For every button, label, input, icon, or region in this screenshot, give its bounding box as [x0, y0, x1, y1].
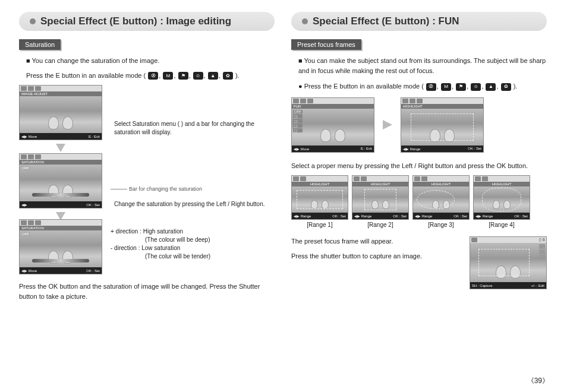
- text: Edit: [538, 284, 544, 287]
- right-p45: The preset focus frame will appear. Pres…: [291, 236, 461, 265]
- text: Bar for changing the saturation: [129, 186, 202, 192]
- screen-label: FUN: [292, 104, 374, 109]
- text: ).: [235, 72, 240, 79]
- text: OK: [468, 147, 473, 150]
- direction-info: + direction : High saturation (The colou…: [111, 227, 210, 261]
- left-title: Special Effect (E button) : Image editin…: [19, 12, 275, 31]
- text: Press the E button in an available mode …: [304, 83, 424, 90]
- mode-icon: ☺: [193, 72, 203, 80]
- arrow-right-icon: [383, 120, 392, 129]
- text: (The colur will be tender): [145, 252, 210, 261]
- saturation-bar: [32, 193, 90, 197]
- text: ).: [514, 83, 518, 90]
- range-item: HIGHLIGHT◀▶ RangeOK : Set[Range 4]: [473, 175, 530, 228]
- screen-saturation-set: SATURATION OFF ◀▶ Move OK : Set: [19, 219, 102, 274]
- text: The preset focus frame will appear.: [291, 236, 461, 246]
- screen-label: HIGHLIGHT: [352, 182, 408, 186]
- text: Low saturation: [141, 245, 180, 251]
- range-caption: [Range 3]: [412, 222, 470, 228]
- text: Exit: [366, 147, 372, 150]
- screen-label: IMAGE ADJUST: [20, 91, 102, 96]
- screen-saturation-bar: SATURATION OFF ◀▶ OK : Set: [19, 153, 102, 208]
- right-subhead: Preset focus frames: [291, 39, 361, 50]
- range-caption: [Range 4]: [473, 222, 530, 228]
- mode-icon: ⦿: [426, 83, 436, 91]
- screen-range: HIGHLIGHT◀▶ RangeOK : Set: [412, 175, 470, 220]
- range-caption: [Range 1]: [291, 222, 348, 228]
- right-title: Special Effect (E button) : FUN: [291, 12, 547, 31]
- mode-icon: ▲: [208, 72, 218, 80]
- page-number: 《39》: [527, 376, 549, 386]
- text: Move: [29, 135, 37, 138]
- text: +/-: [531, 284, 535, 287]
- saturation-bar: [32, 259, 90, 263]
- left-p1: You can change the saturation of the ima…: [26, 56, 275, 66]
- right-column: Special Effect (E button) : FUN Preset f…: [291, 12, 547, 306]
- text: SH: [472, 284, 477, 287]
- text: - direction :: [111, 245, 140, 251]
- range-item: HIGHLIGHT◀▶ RangeOK : Set[Range 3]: [412, 175, 470, 228]
- focus-frame: [364, 189, 396, 210]
- left-p3: Press the OK button and the saturation o…: [19, 282, 275, 301]
- screen-label: HIGHLIGHT: [413, 182, 469, 186]
- text: Set: [94, 269, 100, 273]
- count: 6: [543, 238, 545, 242]
- text: Capture: [480, 284, 492, 287]
- focus-frame: [417, 190, 455, 209]
- text: (The colour will be deep): [145, 236, 210, 244]
- screen-range: HIGHLIGHT◀▶ RangeOK : Set: [352, 175, 409, 220]
- screen-range: HIGHLIGHT◀▶ RangeOK : Set: [291, 175, 348, 220]
- text: OK: [86, 269, 92, 273]
- screen-label: SATURATION: [20, 160, 102, 165]
- screen-label: HIGHLIGHT: [401, 104, 483, 109]
- range-caption: [Range 2]: [352, 222, 409, 228]
- screen-capture: ▯ 6 SH : Capture +/- : Edit: [470, 236, 547, 289]
- focus-frame: [478, 249, 530, 276]
- screen-fun-menu: FUN OFF ▢▢▢▢ ◀▶ Move E : Exit: [291, 97, 374, 153]
- range-item: HIGHLIGHT◀▶ RangeOK : Set[Range 1]: [291, 175, 348, 228]
- right-p2: Press the E button in an available mode …: [298, 81, 547, 91]
- focus-frame: [411, 113, 474, 141]
- text: Exit: [94, 135, 100, 138]
- mode-icon: ⚑: [178, 72, 188, 80]
- screen-label: HIGHLIGHT: [474, 182, 530, 186]
- text: + direction :: [111, 228, 141, 235]
- focus-frame: [482, 188, 521, 211]
- range-row: HIGHLIGHT◀▶ RangeOK : Set[Range 1]HIGHLI…: [291, 175, 547, 228]
- text: OK: [86, 203, 92, 207]
- screen-highlight: HIGHLIGHT ◀▶ Range OK : Set: [401, 97, 484, 153]
- text: E: [89, 135, 91, 138]
- screen-image-adjust: IMAGE ADJUST ◀▶ Move E : Exit: [19, 85, 102, 140]
- text: High saturation: [143, 228, 183, 235]
- mode-icon: ✿: [223, 72, 233, 80]
- screen-label: SATURATION: [20, 226, 102, 230]
- left-cap1: Select Saturation menu ( ) and a bar for…: [114, 120, 257, 137]
- left-column: Special Effect (E button) : Image editin…: [19, 12, 275, 306]
- mode-icon: ✿: [501, 83, 511, 91]
- left-subhead: Saturation: [19, 39, 61, 50]
- screen-range: HIGHLIGHT◀▶ RangeOK : Set: [473, 175, 530, 220]
- right-p3: Select a proper menu by pressing the Lef…: [291, 161, 547, 171]
- left-p2: Press the E button in an available mode …: [26, 71, 275, 81]
- text: Move: [29, 269, 37, 273]
- text: E: [361, 147, 363, 150]
- pointer-bar: Bar for changing the saturation: [111, 186, 202, 192]
- text: Range: [410, 147, 421, 151]
- mode-icon: ☺: [471, 83, 481, 91]
- right-p1: You can make the subject stand out from …: [298, 56, 547, 75]
- text: Press the E button in an available mode …: [26, 72, 146, 79]
- range-item: HIGHLIGHT◀▶ RangeOK : Set[Range 2]: [352, 175, 409, 228]
- arrow-down-icon: [56, 144, 65, 152]
- text: Set: [94, 203, 100, 207]
- text: Press the shutter button to capture an i…: [291, 251, 461, 261]
- mode-icon: ⦿: [148, 72, 158, 80]
- left-cap2: Change the saturation by pressing the Le…: [114, 200, 269, 208]
- mode-icon: ▲: [486, 83, 496, 91]
- screen-label: HIGHLIGHT: [292, 182, 348, 186]
- text: Move: [301, 147, 310, 151]
- mode-icon: M: [163, 72, 173, 80]
- focus-frame: [297, 190, 343, 209]
- text: Set: [476, 147, 481, 150]
- mode-icon: M: [441, 83, 451, 91]
- mode-icon: ⚑: [456, 83, 466, 91]
